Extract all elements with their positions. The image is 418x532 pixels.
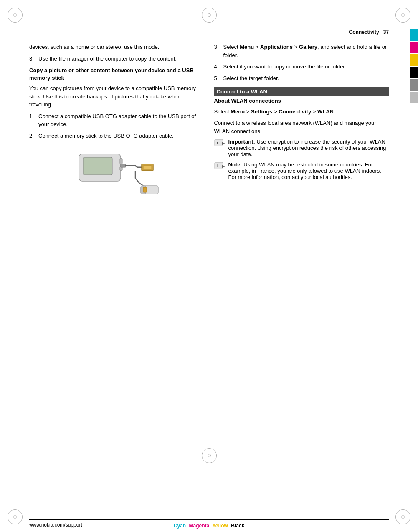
cmyk-black: Black bbox=[231, 523, 244, 529]
svg-rect-4 bbox=[121, 164, 126, 167]
right-step3-text: Select Menu > Applications > Gallery, an… bbox=[223, 43, 389, 59]
right-step5-num: 5 bbox=[214, 74, 220, 83]
color-block-black bbox=[410, 67, 418, 78]
svg-rect-9 bbox=[143, 187, 147, 192]
color-block-yellow bbox=[410, 54, 418, 66]
left-step1-text: Connect a compatible USB OTG adapter cab… bbox=[38, 112, 204, 129]
left-intro: devices, such as a home or car stereo, u… bbox=[29, 43, 204, 51]
note-text: Note: Using WLAN may be restricted in so… bbox=[228, 161, 389, 180]
color-blocks bbox=[410, 29, 418, 103]
left-column: devices, such as a home or car stereo, u… bbox=[29, 43, 204, 206]
important-icon: ! bbox=[214, 139, 226, 148]
right-step3-num: 3 bbox=[214, 43, 220, 59]
color-block-cyan bbox=[410, 29, 418, 41]
svg-marker-14 bbox=[222, 165, 225, 168]
note-label: Note: bbox=[228, 161, 242, 168]
usb-svg-image bbox=[71, 146, 162, 200]
left-step2-text: Connect a memory stick to the USB OTG ad… bbox=[38, 132, 174, 140]
copy-section-heading: Copy a picture or other content between … bbox=[29, 67, 204, 82]
note-block: i Note: Using WLAN may be restricted in … bbox=[214, 161, 389, 180]
left-step2-num: 2 bbox=[29, 132, 35, 140]
color-block-gray1 bbox=[410, 79, 418, 91]
header-section: Connectivity bbox=[349, 29, 379, 35]
color-block-magenta bbox=[410, 42, 418, 53]
reg-mark-top-center bbox=[202, 8, 217, 23]
cmyk-yellow: Yellow bbox=[212, 523, 228, 529]
right-step3: 3 Select Menu > Applications > Gallery, … bbox=[214, 43, 389, 59]
right-step4-num: 4 bbox=[214, 63, 220, 71]
important-text: Important: Use encryption to increase th… bbox=[228, 139, 389, 157]
header-page: 37 bbox=[383, 29, 389, 35]
reg-mark-top-right bbox=[395, 8, 410, 23]
header-text: Connectivity 37 bbox=[349, 29, 389, 35]
svg-text:i: i bbox=[217, 164, 218, 168]
svg-rect-6 bbox=[143, 166, 152, 169]
wlan-heading1: Connect to a WLAN bbox=[214, 87, 389, 96]
cmyk-cyan: Cyan bbox=[174, 523, 186, 529]
left-step1: 1 Connect a compatible USB OTG adapter c… bbox=[29, 112, 204, 129]
wlan-body: Connect to a wireless local area network… bbox=[214, 119, 389, 135]
left-step3: 3 Use the file manager of the computer t… bbox=[29, 55, 204, 63]
important-label: Important: bbox=[228, 139, 255, 145]
page-columns: devices, such as a home or car stereo, u… bbox=[29, 43, 389, 206]
copy-body: You can copy pictures from your device t… bbox=[29, 84, 204, 109]
cmyk-separator3 bbox=[229, 523, 230, 529]
page-content: Connectivity 37 devices, such as a home … bbox=[29, 29, 389, 449]
cmyk-separator1 bbox=[187, 523, 188, 529]
left-step2: 2 Connect a memory stick to the USB OTG … bbox=[29, 132, 204, 140]
left-step1-num: 1 bbox=[29, 112, 35, 129]
right-step5-text: Select the target folder. bbox=[223, 74, 279, 83]
color-block-gray2 bbox=[410, 92, 418, 103]
svg-rect-2 bbox=[120, 158, 122, 164]
right-step5: 5 Select the target folder. bbox=[214, 74, 389, 83]
reg-mark-bottom-right bbox=[395, 509, 410, 524]
usb-illustration bbox=[29, 146, 204, 200]
note-icon: i bbox=[214, 162, 226, 171]
wlan-select-text: Select Menu > Settings > Connectivity > … bbox=[214, 108, 389, 116]
reg-mark-bottom-center bbox=[202, 448, 217, 463]
svg-rect-1 bbox=[83, 157, 112, 175]
svg-text:!: ! bbox=[217, 141, 218, 145]
page-header: Connectivity 37 bbox=[29, 29, 389, 37]
important-block: ! Important: Use encryption to increase … bbox=[214, 139, 389, 157]
wlan-heading2: About WLAN connections bbox=[214, 97, 389, 105]
footer-url: www.nokia.com/support bbox=[29, 522, 82, 528]
right-step4-text: Select if you want to copy or move the f… bbox=[223, 63, 346, 71]
cmyk-bar: Cyan Magenta Yellow Black bbox=[173, 523, 245, 529]
cmyk-magenta: Magenta bbox=[189, 523, 209, 529]
svg-marker-11 bbox=[222, 142, 225, 145]
left-step3-text: Use the file manager of the computer to … bbox=[38, 55, 177, 63]
reg-mark-bottom-left bbox=[8, 509, 23, 524]
left-step3-num: 3 bbox=[29, 55, 35, 63]
right-column: 3 Select Menu > Applications > Gallery, … bbox=[214, 43, 389, 206]
reg-mark-top-left bbox=[8, 8, 23, 23]
cmyk-separator2 bbox=[210, 523, 211, 529]
right-step4: 4 Select if you want to copy or move the… bbox=[214, 63, 389, 71]
